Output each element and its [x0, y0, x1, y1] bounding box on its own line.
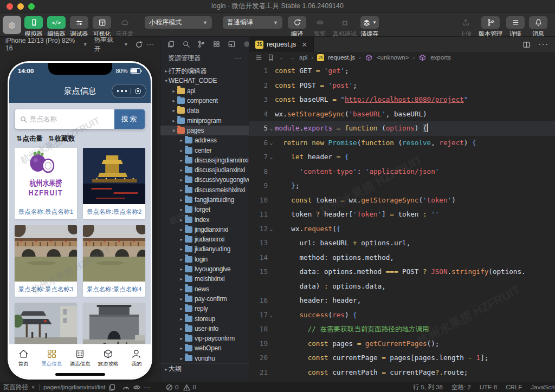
statusbar-more-button[interactable]: ··· — [144, 384, 150, 390]
toolbar-debugger-button[interactable]: 调试器 — [69, 16, 89, 38]
tree-item-index[interactable]: ▸index — [160, 214, 249, 224]
toolbar-upload-button[interactable]: 上传 — [456, 16, 475, 38]
toolbar-cloud-dev-button[interactable]: 云开发 — [114, 16, 135, 38]
tab-酒店信息[interactable]: 酒店信息 — [66, 344, 94, 371]
compile-mode-select[interactable]: 普通编译▼ — [223, 16, 282, 29]
tree-item-WECHAT_CODE[interactable]: ▾WECHAT_CODE — [160, 76, 249, 86]
tree-item-user-info[interactable]: ▸user-info — [160, 324, 249, 334]
tab-request-js[interactable]: JS request.js ✕ — [249, 37, 314, 52]
tree-item-webOpen[interactable]: ▸webOpen — [160, 343, 249, 353]
files-explorer-icon[interactable] — [167, 40, 175, 48]
bookmark-icon[interactable] — [267, 54, 275, 62]
tree-item-pages[interactable]: ▾pages — [160, 126, 249, 135]
tree-item-discussjiudianxinxi[interactable]: ▸discussjiudianxinxi — [160, 165, 249, 175]
toolbar-editor-button[interactable]: </> 编辑器 — [46, 16, 67, 38]
breadcrumb-folder[interactable]: api — [299, 54, 307, 61]
tree-item-miniprogram[interactable]: ▸miniprogram — [160, 115, 249, 125]
editor-more-button[interactable]: ··· — [538, 40, 548, 49]
sort-link[interactable]: ⇅点击量 — [16, 134, 43, 143]
outline-toggle-icon[interactable] — [255, 54, 263, 62]
device-selector[interactable]: iPhone 12/13 (Pro) 82% 16 — [5, 37, 80, 52]
fold-chevron-icon[interactable]: ⌄ — [268, 222, 275, 237]
toolbar-version-manage-button[interactable]: 版本管理 — [479, 16, 502, 38]
tab-我的[interactable]: 我的 — [122, 344, 151, 371]
encoding-setting[interactable]: UTF-8 — [480, 384, 498, 390]
tree-item-打开的编辑器[interactable]: ▸打开的编辑器 — [160, 66, 249, 76]
toolbar-simulator-button[interactable]: 模拟器 — [23, 16, 44, 38]
fold-chevron-icon[interactable]: ⌄ — [268, 308, 275, 323]
search-button[interactable]: 搜索 — [114, 109, 145, 129]
indent-setting[interactable]: 空格: 2 — [451, 383, 471, 391]
tree-item-jingdianxinxi[interactable]: ▸jingdianxinxi — [160, 225, 249, 234]
tree-item-api[interactable]: ▸api — [160, 86, 249, 96]
problems-warnings[interactable]: 0 — [183, 383, 196, 391]
performance-icon[interactable] — [122, 383, 130, 391]
problems-errors[interactable]: 0 — [165, 383, 178, 391]
fold-chevron-icon[interactable]: ⌄ — [268, 121, 275, 136]
toolbar-device-debug-button[interactable]: 真机调试 — [333, 16, 357, 38]
tree-item-pay-confirm[interactable]: ▸pay-confirm — [160, 294, 249, 304]
tree-item-discussjingdianxinxi[interactable]: ▸discussjingdianxinxi — [160, 155, 249, 165]
toolbar-clear-cache-button[interactable]: ▼ 清缓存 — [360, 16, 379, 38]
fold-chevron-icon[interactable]: ⌄ — [268, 150, 275, 165]
npm-icon[interactable] — [243, 40, 249, 48]
breadcrumb-symbol[interactable]: exports — [430, 54, 451, 61]
capsule-close-icon[interactable] — [135, 88, 141, 94]
breadcrumb-symbol[interactable]: <unknown> — [377, 54, 409, 61]
attraction-card[interactable]: 杭州水果捞 HZFRUIT 景点名称:景点名称1 — [15, 148, 77, 219]
tree-item-discusslvyougonglve[interactable]: ▸discusslvyougonglve — [160, 175, 249, 185]
language-mode[interactable]: JavaScript — [531, 384, 555, 390]
tree-item-component[interactable]: ▸component — [160, 96, 249, 106]
tree-item-vip-payconfirm[interactable]: ▸vip-payconfirm — [160, 334, 249, 343]
fold-chevron-icon[interactable]: ⌄ — [268, 136, 275, 151]
nav-forward-icon[interactable]: → — [289, 54, 295, 61]
tree-item-forget[interactable]: ▸forget — [160, 205, 249, 214]
miniprogram-capsule-menu[interactable] — [112, 84, 146, 98]
search-icon[interactable] — [182, 40, 190, 48]
mode-select[interactable]: 小程序模式▼ — [145, 16, 212, 29]
toolbar-messages-button[interactable]: 消息 — [528, 16, 548, 38]
breadcrumb-file[interactable]: request.js — [328, 54, 355, 61]
tree-item-jiudianyuding[interactable]: ▸jiudianyuding — [160, 244, 249, 254]
attraction-card[interactable]: 景点名称:景点名称4 — [83, 225, 145, 297]
page-path-label[interactable]: 页面路径 — [3, 383, 28, 391]
close-tab-icon[interactable]: ✕ — [301, 41, 307, 49]
tab-首页[interactable]: 首页 — [9, 344, 37, 371]
toolbar-compile-button[interactable]: 编译 — [287, 16, 307, 38]
explorer-more-button[interactable]: ··· — [235, 54, 241, 62]
tab-景点信息[interactable]: 景点信息 — [37, 344, 66, 371]
toolbar-details-button[interactable]: 详情 — [506, 16, 525, 38]
sort-link[interactable]: ⇅收藏数 — [48, 134, 75, 143]
split-editor-button[interactable] — [522, 41, 531, 49]
tree-item-discussmeishixinxi[interactable]: ▸discussmeishixinxi — [160, 185, 249, 195]
tree-item-news[interactable]: ▸news — [160, 284, 249, 294]
visibility-icon[interactable] — [133, 383, 141, 391]
tree-item-fangjiantuiding[interactable]: ▸fangjiantuiding — [160, 195, 249, 205]
attraction-card[interactable]: 景点名称:景点名称2 — [83, 148, 145, 219]
attraction-card[interactable] — [83, 303, 145, 344]
tree-item-storeup[interactable]: ▸storeup — [160, 313, 249, 323]
toolbar-preview-button[interactable]: 预览 — [310, 16, 330, 38]
layout-window-icon[interactable] — [228, 40, 236, 48]
tree-item-yonghu[interactable]: ▸yonghu — [160, 354, 249, 361]
copy-icon[interactable] — [108, 383, 116, 391]
tree-item-data[interactable]: ▸data — [160, 106, 249, 115]
tree-item-meishixinxi[interactable]: ▸meishixinxi — [160, 274, 249, 284]
code-area[interactable]: 1 const GET = 'get'; 2 const POST = 'pos… — [249, 63, 555, 382]
tree-item-reply[interactable]: ▸reply — [160, 304, 249, 313]
tree-item-lvyougonglve[interactable]: ▸lvyougonglve — [160, 264, 249, 274]
eol-setting[interactable]: CRLF — [506, 384, 522, 390]
extensions-icon[interactable] — [212, 40, 221, 48]
tree-item-jiudianxinxi[interactable]: ▸jiudianxinxi — [160, 234, 249, 244]
cursor-position[interactable]: 行 5, 列 38 — [413, 383, 443, 391]
simulator-refresh-button[interactable] — [135, 41, 143, 49]
source-control-icon[interactable] — [197, 40, 205, 48]
attraction-card[interactable] — [15, 303, 77, 344]
toolbar-visualizer-button[interactable]: 可视化 — [92, 16, 112, 38]
hot-reload-toggle[interactable]: 热重载 开 — [94, 37, 120, 54]
tree-item-login[interactable]: ▸login — [160, 254, 249, 264]
nav-back-icon[interactable]: ← — [279, 54, 285, 61]
tab-旅游攻略[interactable]: 旅游攻略 — [94, 344, 122, 371]
attraction-card[interactable]: 景点名称:景点名称3 — [15, 225, 77, 297]
search-input[interactable]: 景点名称 搜索 — [15, 109, 145, 129]
